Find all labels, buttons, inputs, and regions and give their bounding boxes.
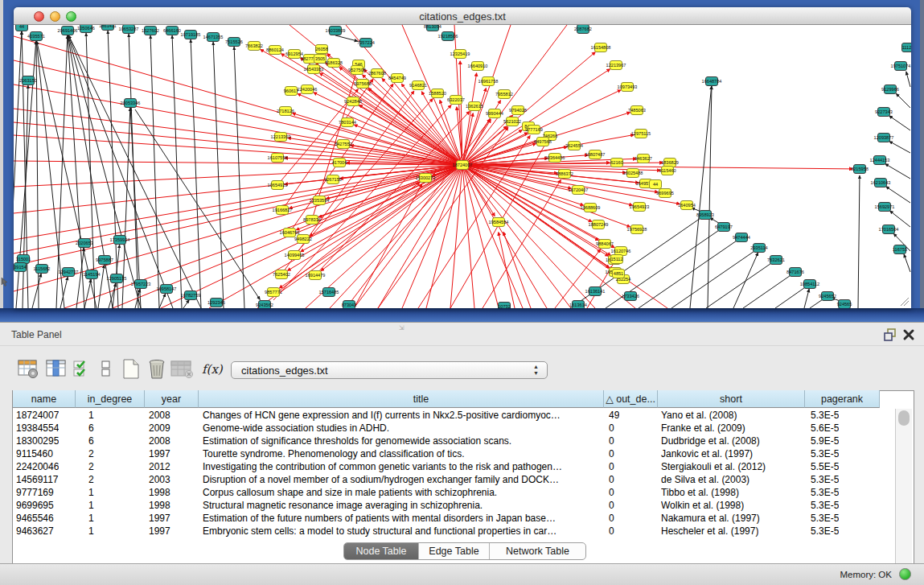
graph-node[interactable]: 924565 xyxy=(837,300,852,309)
graph-node[interactable]: 17957223 xyxy=(131,280,151,289)
graph-node[interactable]: 16648784 xyxy=(702,77,722,86)
graph-node[interactable]: 16640910 xyxy=(468,62,488,71)
graph-node[interactable]: 20364456 xyxy=(545,154,565,163)
graph-node[interactable]: 8427552 xyxy=(335,140,352,149)
graph-node[interactable]: 12093877 xyxy=(874,134,894,142)
network-window[interactable]: citations_edges.txt 44403557120691406105… xyxy=(14,7,911,308)
new-table-icon[interactable] xyxy=(121,358,142,381)
graph-node[interactable]: 10688609 xyxy=(581,204,601,212)
graph-node[interactable]: 16107558 xyxy=(268,154,288,163)
graph-node[interactable]: 9245652 xyxy=(819,292,836,301)
canvas-resize-grip[interactable] xyxy=(901,298,909,306)
graph-node[interactable]: 17359924 xyxy=(110,236,130,245)
graph-node[interactable]: 6479197 xyxy=(715,223,733,232)
scrollbar-thumb[interactable] xyxy=(898,410,910,426)
table-row[interactable]: 1830029562008Estimation of significance … xyxy=(13,435,895,447)
graph-node[interactable]: 16720407 xyxy=(569,186,589,195)
graph-node[interactable]: 1588520 xyxy=(429,89,446,98)
column-header-pagerank[interactable]: pagerank xyxy=(805,390,880,408)
graph-node[interactable]: 7357224 xyxy=(357,39,375,47)
graph-node[interactable]: 1527602 xyxy=(142,27,159,35)
graph-node[interactable]: 2718126 xyxy=(277,107,294,116)
graph-node[interactable]: 3624554 xyxy=(565,142,583,150)
graph-node[interactable]: 10654923 xyxy=(268,181,288,190)
graph-node[interactable]: 1861411 xyxy=(99,25,116,31)
graph-node[interactable]: 10653287 xyxy=(119,25,139,34)
graph-node[interactable]: 16543383 xyxy=(304,65,324,74)
graph-node[interactable]: 10025488 xyxy=(623,169,643,178)
graph-node[interactable]: 10807487 xyxy=(585,150,606,159)
graph-node[interactable]: 315001 xyxy=(16,255,31,264)
tab-node-table[interactable]: Node Table xyxy=(344,543,419,559)
graph-node[interactable]: 8860124 xyxy=(266,46,284,55)
graph-node[interactable]: 62160 xyxy=(610,159,623,167)
table-row[interactable]: 1872400712008Changes of HCN gene express… xyxy=(13,409,895,422)
table-row[interactable]: 1456911722003Disruption of a novel membe… xyxy=(13,473,895,486)
graph-node[interactable]: 12213303 xyxy=(271,133,291,142)
window-titlebar[interactable]: citations_edges.txt xyxy=(14,7,911,25)
graph-node[interactable]: 16046766 xyxy=(280,229,300,237)
graph-node[interactable]: 9777169 xyxy=(525,126,543,134)
graph-node[interactable]: 6322037 xyxy=(447,96,465,105)
graph-node[interactable]: 15692971 xyxy=(875,203,895,212)
graph-node[interactable]: 9474444 xyxy=(733,233,750,242)
graph-node[interactable]: 9463627 xyxy=(634,154,652,163)
table-select-dropdown[interactable]: citations_edges.txt ▲▼ xyxy=(231,361,548,379)
graph-node[interactable]: 16120746 xyxy=(611,247,631,256)
tab-network-table[interactable]: Network Table xyxy=(490,543,585,559)
graph-node[interactable]: 7663822 xyxy=(245,42,263,51)
graph-node[interactable]: 17016504 xyxy=(879,225,899,234)
graph-node[interactable]: 6466160 xyxy=(163,27,181,35)
column-header-year[interactable]: year xyxy=(145,390,199,408)
graph-node[interactable]: 16033809 xyxy=(326,27,346,35)
graph-node[interactable]: 9527508 xyxy=(348,66,366,75)
delete-rows-icon[interactable] xyxy=(146,358,167,381)
graph-node[interactable]: 116753 xyxy=(893,245,907,254)
graph-node[interactable]: 2020653 xyxy=(76,239,93,248)
graph-node[interactable]: 1115682 xyxy=(34,265,51,274)
column-header-in_degree[interactable]: in_degree xyxy=(76,390,145,408)
graph-node[interactable]: 9227343 xyxy=(875,108,893,117)
graph-node[interactable]: 10719185 xyxy=(181,31,201,39)
table-row[interactable]: 946362711997Embryonic stem cells: a mode… xyxy=(13,525,895,538)
graph-node[interactable]: 44 xyxy=(650,180,662,189)
graph-node[interactable]: 8958923 xyxy=(696,211,714,220)
table-row[interactable]: 2242004622012Investigating the contribut… xyxy=(13,460,895,473)
graph-node[interactable]: 19751074 xyxy=(891,62,911,71)
select-columns-icon[interactable] xyxy=(72,358,92,379)
graph-node[interactable]: 39154 xyxy=(14,263,27,272)
graph-node[interactable]: 9115460 xyxy=(659,167,676,175)
graph-node[interactable]: 19584554 xyxy=(489,218,509,227)
graph-node[interactable]: 9794028 xyxy=(509,106,527,115)
graph-node[interactable]: 8978334 xyxy=(303,216,321,225)
table-row[interactable]: 946554611997Estimation of the future num… xyxy=(13,512,895,525)
graph-node[interactable]: 1836829 xyxy=(661,159,679,167)
graph-node[interactable]: 7515526 xyxy=(225,38,243,47)
graph-node[interactable]: 9129966 xyxy=(881,85,899,94)
graph-node[interactable]: 10958147 xyxy=(157,285,177,294)
graph-node[interactable]: 9857771 xyxy=(265,288,282,297)
graph-node[interactable]: 16154808 xyxy=(591,43,611,52)
float-panel-icon[interactable] xyxy=(883,328,897,342)
graph-node[interactable]: 16914479 xyxy=(306,271,326,280)
graph-node[interactable]: 16210643 xyxy=(871,179,891,187)
column-header-out_de[interactable]: △ out_de... xyxy=(604,390,658,408)
tab-edge-table[interactable]: Edge Table xyxy=(419,543,490,559)
graph-node[interactable]: 16961758 xyxy=(478,77,499,86)
graph-node[interactable]: 8215958 xyxy=(851,165,869,174)
close-panel-icon[interactable] xyxy=(902,328,915,341)
graph-node[interactable]: 7803144 xyxy=(339,118,356,127)
function-builder-icon[interactable]: f(x) xyxy=(202,362,223,377)
graph-node[interactable]: 5621022 xyxy=(503,117,521,126)
column-header-title[interactable]: title xyxy=(199,390,604,408)
graph-node[interactable]: 16782759 xyxy=(181,291,201,300)
graph-node[interactable]: 14099465 xyxy=(285,251,305,260)
graph-node[interactable]: 8813054 xyxy=(424,25,441,31)
graph-node[interactable]: 9242848 xyxy=(344,97,362,106)
column-header-short[interactable]: short xyxy=(658,390,805,408)
graph-node[interactable]: 9267150 xyxy=(324,175,342,184)
graph-node[interactable]: 5975685 xyxy=(354,80,372,89)
graph-node[interactable]: 12975115 xyxy=(631,130,651,138)
graph-node[interactable]: 960617 xyxy=(284,87,299,96)
graph-node[interactable]: 7886372 xyxy=(556,170,573,179)
